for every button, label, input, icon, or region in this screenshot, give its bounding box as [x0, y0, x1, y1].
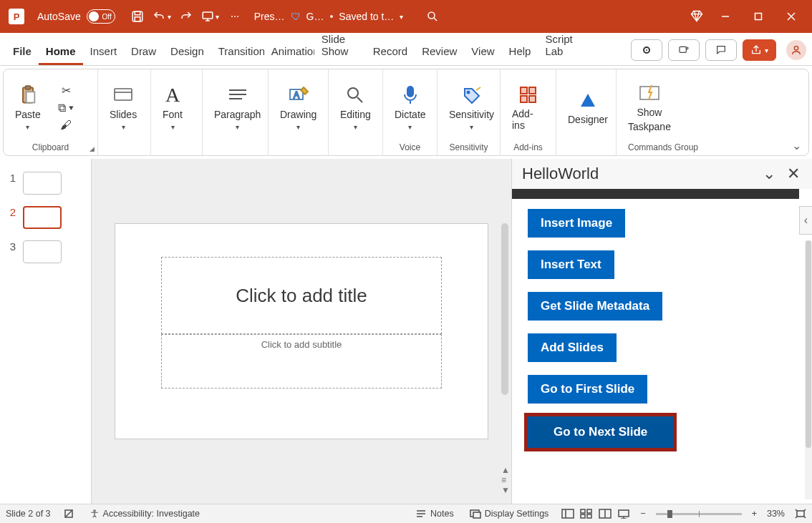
paste-button[interactable]: Paste ▾	[11, 83, 45, 132]
ribbon-home: Paste ▾ ✂ ⧉ ▾ 🖌 Clipboard ◢ Slides▾ A Fo…	[3, 69, 809, 156]
tab-view[interactable]: View	[464, 38, 501, 65]
status-unknown-icon[interactable]	[61, 509, 77, 519]
new-slide-icon	[112, 84, 134, 106]
notes-button[interactable]: Notes	[412, 509, 457, 519]
canvas-scrollbar[interactable]	[501, 223, 508, 395]
taskpane-header-strip	[512, 189, 799, 199]
microphone-icon	[402, 84, 418, 106]
font-button[interactable]: A Font▾	[158, 83, 187, 132]
slide-thumbnail-1[interactable]: 1	[7, 172, 84, 195]
tab-design[interactable]: Design	[163, 38, 211, 65]
ribbon-collapse-icon[interactable]: ⌄	[792, 139, 801, 152]
tab-file[interactable]: File	[6, 38, 39, 65]
dictate-button[interactable]: Dictate▾	[390, 83, 430, 132]
taskpane-close-icon[interactable]: ✕	[785, 165, 802, 182]
tab-transitions[interactable]: Transition	[211, 38, 264, 65]
slide-canvas-area[interactable]: Click to add title Click to add subtitle…	[92, 159, 511, 504]
slides-button[interactable]: Slides▾	[105, 83, 141, 132]
slide-thumbnail-3[interactable]: 3	[7, 240, 84, 263]
view-reading-icon[interactable]	[599, 509, 612, 519]
clipboard-dialog-icon[interactable]: ◢	[90, 145, 95, 152]
insert-text-button[interactable]: Insert Text	[528, 250, 614, 279]
designer-icon	[578, 89, 598, 111]
tab-insert[interactable]: Insert	[83, 38, 125, 65]
save-state-label: Saved to t…	[339, 11, 394, 22]
svg-point-4	[428, 12, 435, 19]
taskpane-scrollbar[interactable]	[805, 240, 812, 499]
go-to-first-slide-button[interactable]: Go to First Slide	[528, 375, 647, 404]
taskpane-side-tab[interactable]: ‹	[799, 206, 812, 235]
zoom-in-button[interactable]: +	[752, 509, 757, 519]
sensitivity-button[interactable]: Sensitivity▾	[445, 83, 498, 132]
insert-image-button[interactable]: Insert Image	[528, 209, 625, 238]
taskpane-dropdown-icon[interactable]: ⌄	[760, 165, 778, 182]
editing-button[interactable]: Editing▾	[336, 83, 375, 132]
window-close-button[interactable]	[775, 0, 808, 33]
diamond-premium-icon[interactable]	[685, 4, 709, 29]
zoom-percent[interactable]: 33%	[767, 509, 785, 519]
zoom-out-button[interactable]: −	[640, 509, 645, 519]
comments-button[interactable]	[705, 39, 737, 61]
format-painter-icon[interactable]: 🖌	[60, 119, 72, 132]
go-to-next-slide-button[interactable]: Go to Next Slide	[528, 416, 673, 448]
undo-icon[interactable]: ▾	[150, 4, 174, 29]
tab-home[interactable]: Home	[39, 38, 83, 65]
subtitle-placeholder[interactable]: Click to add subtitle	[161, 334, 442, 388]
tab-animations[interactable]: Animation	[264, 38, 314, 65]
addins-button[interactable]: Add-ins	[508, 82, 548, 132]
cut-icon[interactable]: ✂	[62, 84, 71, 97]
slide-canvas[interactable]: Click to add title Click to add subtitle	[115, 224, 488, 439]
copy-icon[interactable]: ⧉ ▾	[58, 102, 74, 114]
tab-help[interactable]: Help	[502, 38, 538, 65]
svg-rect-28	[521, 96, 527, 102]
tab-review[interactable]: Review	[415, 38, 464, 65]
slide-nav-arrows[interactable]: ▲≡▼	[501, 465, 510, 495]
qat-overflow-icon[interactable]: ⋯	[223, 4, 247, 29]
add-slides-button[interactable]: Add Slides	[528, 333, 617, 362]
document-title-area[interactable]: Pres… 🛡 G… • Saved to t… ▾	[254, 11, 404, 22]
fit-to-window-icon[interactable]	[795, 509, 806, 519]
search-icon[interactable]	[420, 4, 445, 29]
svg-rect-15	[115, 89, 132, 100]
account-avatar-icon[interactable]	[786, 40, 806, 60]
tab-scriptlab[interactable]: Script Lab	[538, 26, 594, 65]
show-taskpane-button[interactable]: Show Taskpane	[624, 81, 675, 134]
svg-rect-38	[562, 509, 574, 518]
svg-rect-42	[581, 514, 585, 518]
teams-present-button[interactable]	[668, 39, 700, 61]
drawing-icon: A	[288, 84, 309, 106]
paragraph-button[interactable]: Paragraph▾	[210, 83, 265, 132]
display-settings-button[interactable]: Display Settings	[467, 509, 552, 519]
view-normal-icon[interactable]	[561, 509, 574, 519]
autosave-control[interactable]: AutoSave Off	[37, 9, 115, 24]
record-button[interactable]	[631, 39, 662, 61]
tab-record[interactable]: Record	[366, 38, 415, 65]
designer-button[interactable]: Designer	[564, 88, 612, 127]
sensitivity-badge: G…	[306, 11, 324, 22]
zoom-slider[interactable]	[656, 513, 742, 515]
accessibility-button[interactable]: Accessibility: Investigate	[87, 509, 203, 519]
view-sorter-icon[interactable]	[580, 509, 593, 519]
view-slideshow-icon[interactable]	[617, 509, 630, 519]
drawing-button[interactable]: A Drawing▾	[276, 83, 321, 132]
share-button[interactable]: ▾	[743, 39, 776, 61]
group-label-addins: Add-ins	[505, 142, 551, 154]
svg-rect-13	[25, 86, 30, 89]
slide-thumbnail-panel: 1 2 3	[0, 159, 92, 504]
tab-slideshow[interactable]: Slide Show	[314, 26, 366, 65]
svg-rect-26	[521, 87, 527, 94]
slide-thumbnail-2[interactable]: 2	[7, 206, 84, 229]
window-maximize-button[interactable]	[742, 0, 775, 33]
window-minimize-button[interactable]	[709, 0, 742, 33]
svg-rect-37	[473, 512, 480, 518]
get-slide-metadata-button[interactable]: Get Slide Metadata	[528, 292, 662, 321]
present-icon[interactable]: ▾	[198, 4, 223, 29]
save-icon[interactable]	[125, 4, 150, 29]
svg-rect-2	[135, 17, 140, 21]
autosave-toggle[interactable]: Off	[87, 9, 115, 24]
tab-draw[interactable]: Draw	[124, 38, 163, 65]
svg-rect-6	[755, 14, 762, 20]
group-label-clipboard: Clipboard	[8, 142, 93, 154]
redo-icon[interactable]	[174, 4, 198, 29]
title-placeholder[interactable]: Click to add title	[161, 257, 442, 334]
